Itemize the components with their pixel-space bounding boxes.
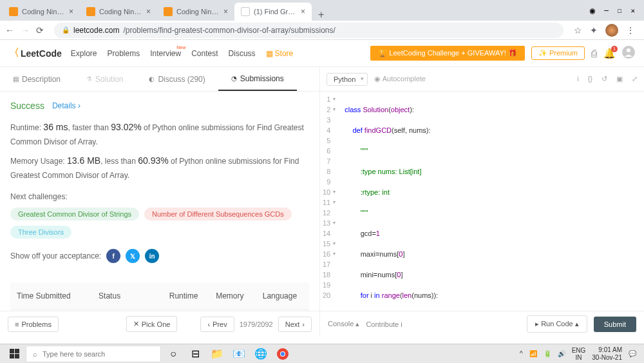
submit-button[interactable]: Submit xyxy=(594,317,636,332)
console-toggle[interactable]: Console ▴ xyxy=(328,320,359,328)
minimize-button[interactable]: ─ xyxy=(604,6,609,15)
language-indicator[interactable]: ENGIN xyxy=(572,347,586,361)
premium-button[interactable]: ✨ Premium xyxy=(531,46,585,60)
clock[interactable]: 9:01 AM30-Nov-21 xyxy=(592,346,622,362)
tray-up-icon[interactable]: ^ xyxy=(520,350,523,357)
next-challenges-label: Next challenges: xyxy=(10,192,309,201)
nav-store[interactable]: ▦ Store xyxy=(266,49,294,58)
start-button[interactable] xyxy=(4,349,24,358)
pick-one-button[interactable]: ✕ Pick One xyxy=(126,316,178,332)
tab-close-icon[interactable]: × xyxy=(146,7,151,16)
cortana-icon[interactable]: ○ xyxy=(162,345,184,363)
challenge-pill[interactable]: Number of Different Subsequences GCDs xyxy=(144,208,292,221)
leetcode-logo[interactable]: 〈LeetCode xyxy=(9,46,62,60)
line-gutter: 1▾2▾3 4 5 6 7 8 9 10▾11▾12 13▾14 15▾16▾1… xyxy=(320,92,341,311)
star-icon[interactable]: ☆ xyxy=(574,25,582,35)
playground-icon[interactable]: ⎙ xyxy=(591,48,597,59)
tab-close-icon[interactable]: × xyxy=(301,7,305,16)
twitter-icon[interactable]: 𝕏 xyxy=(126,249,140,263)
edge-icon[interactable]: 🌐 xyxy=(250,345,272,363)
address-actions: ☆ ✦ ⋮ xyxy=(570,24,639,37)
chat-icon: ◐ xyxy=(149,75,155,83)
editor-header: Python ◉ Autocomplete i {} ↺ ▣ ⤢ xyxy=(320,67,644,92)
notifications-icon[interactable]: 🔔1 xyxy=(603,48,616,59)
system-tray: ^ 📶 🔋 🔊 ENGIN 9:01 AM30-Nov-21 💬 xyxy=(520,346,640,362)
problems-button[interactable]: ≡ Problems xyxy=(8,317,59,332)
info-icon[interactable]: i xyxy=(577,75,578,83)
taskbar-search[interactable]: ⌕Type here to search xyxy=(26,346,161,362)
settings-icon[interactable]: ▣ xyxy=(616,75,623,83)
reset-icon[interactable]: ↺ xyxy=(601,75,607,83)
challenge-pill[interactable]: Greatest Common Divisor of Strings xyxy=(10,208,139,221)
linkedin-icon[interactable]: in xyxy=(145,249,159,263)
mail-icon[interactable]: 📧 xyxy=(228,345,250,363)
nav-interview[interactable]: InterviewNew xyxy=(150,49,181,58)
chrome-icon[interactable] xyxy=(272,345,294,363)
runtime-stat: Runtime: 36 ms, faster than 93.02% of Py… xyxy=(10,120,309,148)
contribute-link[interactable]: Contribute i xyxy=(366,320,402,328)
fullscreen-icon[interactable]: ⤢ xyxy=(632,75,638,83)
tab-close-icon[interactable]: × xyxy=(69,7,73,16)
browser-tab[interactable]: Coding Ninjas – Lear× xyxy=(3,3,80,21)
logo-icon: 〈 xyxy=(9,46,19,60)
challenge-pill[interactable]: Three Divisors xyxy=(10,226,71,239)
new-tab-button[interactable]: + xyxy=(312,9,330,21)
nav-explore[interactable]: Explore xyxy=(71,49,97,58)
browser-tab-active[interactable]: (1) Find Greatest Co× xyxy=(234,3,312,21)
browser-tab[interactable]: Coding Ninjas× xyxy=(80,3,157,21)
url-input[interactable]: 🔒 leetcode.com/problems/find-greatest-co… xyxy=(54,23,564,38)
battery-icon[interactable]: 🔋 xyxy=(544,350,551,357)
tab-submissions[interactable]: ◔Submissions xyxy=(218,67,297,91)
code-editor[interactable]: 1▾2▾3 4 5 6 7 8 9 10▾11▾12 13▾14 15▾16▾1… xyxy=(320,92,644,311)
autocomplete-toggle[interactable]: ◉ Autocomplete xyxy=(374,75,426,83)
back-button[interactable]: ← xyxy=(5,25,14,35)
facebook-icon[interactable]: f xyxy=(106,249,120,263)
nav-discuss[interactable]: Discuss xyxy=(229,49,256,58)
col-runtime: Runtime xyxy=(163,282,209,310)
run-code-button[interactable]: ▸ Run Code ▴ xyxy=(527,315,587,333)
editor-toolbar: i {} ↺ ▣ ⤢ xyxy=(577,75,638,83)
user-icon[interactable] xyxy=(622,46,635,61)
reload-button[interactable]: ⟳ xyxy=(36,25,44,35)
tab-discuss[interactable]: ◐Discuss (290) xyxy=(136,67,218,91)
search-icon: ⌕ xyxy=(33,350,37,358)
wifi-icon[interactable]: 📶 xyxy=(529,350,537,357)
left-footer: ≡ Problems ✕ Pick One ‹ Prev 1979/2092 N… xyxy=(0,311,319,337)
url-path: /problems/find-greatest-common-divisor-o… xyxy=(123,26,335,35)
notif-count: 1 xyxy=(611,46,618,52)
challenge-pills: Greatest Common Divisor of Strings Numbe… xyxy=(10,208,309,239)
browser-tab-strip: Coding Ninjas – Lear× Coding Ninjas× Cod… xyxy=(0,0,644,21)
close-window-button[interactable]: ✕ xyxy=(630,6,635,15)
tab-close-icon[interactable]: × xyxy=(223,7,228,16)
left-pane: ▤Description ⚗Solution ◐Discuss (290) ◔S… xyxy=(0,67,320,337)
split-view: ▤Description ⚗Solution ◐Discuss (290) ◔S… xyxy=(0,67,644,337)
forward-button[interactable]: → xyxy=(21,25,30,35)
promo-banner[interactable]: 🏆 LeetCoding Challenge + GIVEAWAY! 🎁 xyxy=(370,46,525,61)
nav-problems[interactable]: Problems xyxy=(107,49,140,58)
volume-icon[interactable]: 🔊 xyxy=(558,350,565,357)
explorer-icon[interactable]: 📁 xyxy=(206,345,228,363)
prev-button[interactable]: ‹ Prev xyxy=(200,317,234,332)
share-row: Show off your acceptance: f 𝕏 in xyxy=(10,249,309,263)
extensions-icon[interactable]: ✦ xyxy=(590,25,598,35)
code-content[interactable]: class Solution(object): def findGCD(self… xyxy=(341,92,644,311)
braces-icon[interactable]: {} xyxy=(588,75,592,83)
profile-avatar[interactable] xyxy=(605,24,618,37)
browser-tab[interactable]: Coding Ninjas× xyxy=(157,3,234,21)
submissions-table: Time Submitted Status Runtime Memory Lan… xyxy=(10,282,309,311)
url-domain: leetcode.com xyxy=(73,26,119,35)
col-memory: Memory xyxy=(209,282,256,310)
taskview-icon[interactable]: ⊟ xyxy=(184,345,206,363)
maximize-button[interactable]: ☐ xyxy=(618,6,622,15)
nav-contest[interactable]: Contest xyxy=(191,49,218,58)
record-icon[interactable]: ◉ xyxy=(590,5,595,15)
details-link[interactable]: Details › xyxy=(52,101,80,110)
notifications-tray-icon[interactable]: 💬 xyxy=(629,350,636,357)
tab-description[interactable]: ▤Description xyxy=(0,67,73,91)
tab-solution[interactable]: ⚗Solution xyxy=(73,67,136,91)
svg-point-4 xyxy=(281,352,285,356)
next-button[interactable]: Next › xyxy=(278,317,312,332)
menu-icon[interactable]: ⋮ xyxy=(626,25,635,35)
language-select[interactable]: Python xyxy=(327,73,368,86)
leetcode-navbar: 〈LeetCode Explore Problems InterviewNew … xyxy=(0,40,644,67)
